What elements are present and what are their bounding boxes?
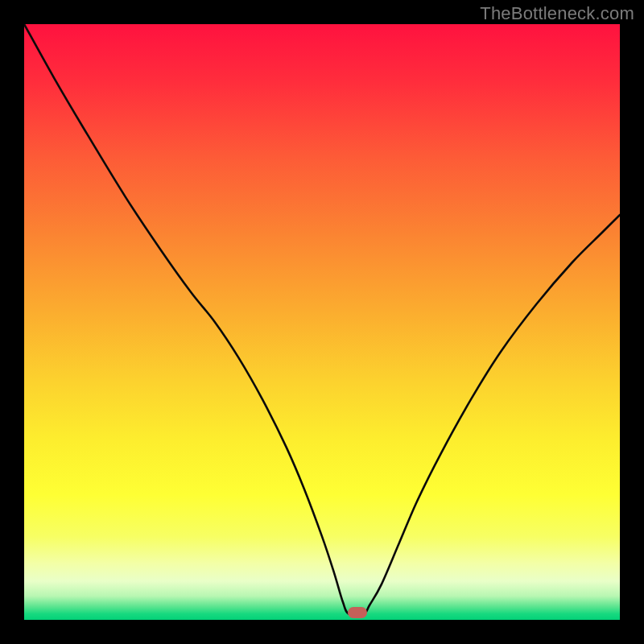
optimal-marker-icon [348,607,367,618]
plot-svg [24,24,620,620]
gradient-background [24,24,620,620]
watermark-label: TheBottleneck.com [480,3,634,24]
chart-frame: TheBottleneck.com [0,0,644,644]
plot-area [24,24,620,620]
